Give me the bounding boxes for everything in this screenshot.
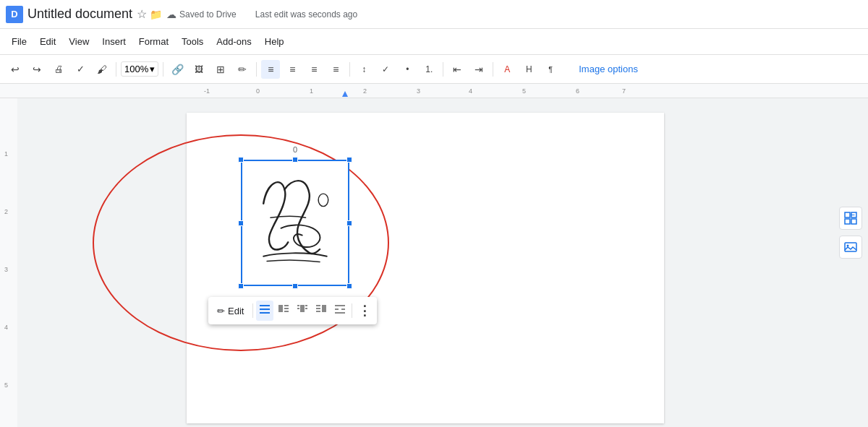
selected-image[interactable] [241, 160, 349, 286]
zoom-selector[interactable]: 100% ▾ [121, 61, 158, 77]
svg-rect-19 [260, 305, 270, 306]
menu-item-file[interactable]: File [6, 33, 33, 50]
redo-button[interactable]: ↪ [27, 60, 46, 79]
svg-rect-38 [335, 312, 345, 314]
wrap-left-button[interactable] [275, 301, 292, 321]
svg-text:6: 6 [576, 87, 579, 95]
insert-table-button[interactable]: ⊞ [211, 60, 230, 79]
svg-rect-41 [845, 219, 850, 224]
align-right-button[interactable]: ≡ [305, 60, 323, 79]
resize-handle-bl[interactable] [238, 283, 244, 289]
svg-text:3: 3 [417, 87, 420, 95]
wrap-center-button[interactable] [294, 301, 311, 321]
menu-item-tools[interactable]: Tools [176, 33, 209, 50]
edit-label: Edit [228, 306, 244, 316]
svg-rect-44 [845, 243, 856, 251]
menu-item-insert[interactable]: Insert [96, 33, 132, 50]
align-left-button[interactable]: ≡ [261, 60, 280, 79]
image-container[interactable]: 0 [241, 160, 349, 286]
saved-text: Saved to Drive [179, 9, 237, 20]
svg-rect-32 [316, 305, 320, 306]
menu-item-edit[interactable]: Edit [34, 33, 61, 50]
insert-drawing-button[interactable]: ✏ [233, 60, 252, 79]
text-color-button[interactable]: A [498, 60, 516, 79]
svg-text:5: 5 [522, 87, 526, 95]
explore-button[interactable] [839, 207, 862, 230]
toolbar-divider-2 [163, 62, 163, 77]
resize-handle-tc[interactable] [292, 157, 298, 163]
document-page: 0 [187, 113, 664, 423]
menu-item-addons[interactable]: Add-ons [210, 33, 257, 50]
doc-title[interactable]: Untitled document [27, 7, 132, 22]
toolbar-divider-3 [256, 62, 257, 77]
menu-bar: File Edit View Insert Format Tools Add-o… [0, 29, 868, 55]
svg-text:2: 2 [4, 208, 8, 215]
expand-icon [844, 212, 857, 225]
svg-rect-39 [845, 212, 850, 217]
img-toolbar-divider-2 [352, 303, 352, 318]
svg-point-45 [847, 245, 849, 247]
svg-text:4: 4 [4, 324, 8, 331]
right-sidebar [833, 98, 868, 427]
resize-handle-mr[interactable] [346, 220, 352, 226]
saved-to-drive: ☁ Saved to Drive [166, 9, 237, 20]
highlight-button[interactable]: H [519, 60, 538, 79]
decrease-indent-button[interactable]: ⇤ [448, 60, 467, 79]
line-spacing-button[interactable]: ↕ [354, 60, 373, 79]
svg-rect-21 [260, 312, 270, 314]
svg-rect-24 [284, 308, 289, 309]
more-options-button[interactable]: ⋮ [355, 300, 374, 322]
resize-handle-tl[interactable] [238, 157, 244, 163]
resize-handle-br[interactable] [346, 283, 352, 289]
ruler-inner: -1 0 1 2 3 4 5 6 7 [0, 84, 868, 98]
resize-handle-bc[interactable] [292, 283, 298, 289]
left-ruler: 1 2 3 4 5 [0, 98, 17, 427]
drive-icon[interactable]: 📁 [150, 9, 162, 20]
toolbar-divider-5 [443, 62, 443, 77]
align-justify-button[interactable]: ≡ [326, 60, 345, 79]
svg-text:1: 1 [310, 87, 313, 95]
image-options-button[interactable]: Image options [570, 61, 647, 77]
paragraph-styles-button[interactable]: ¶ [541, 60, 560, 79]
svg-rect-36 [335, 309, 339, 310]
wrap-right-button[interactable] [312, 301, 330, 321]
svg-text:4: 4 [469, 87, 472, 95]
menu-item-help[interactable]: Help [259, 33, 290, 50]
resize-handle-tr[interactable] [346, 157, 352, 163]
increase-indent-button[interactable]: ⇥ [469, 60, 488, 79]
undo-button[interactable]: ↩ [6, 60, 25, 79]
svg-rect-27 [297, 305, 299, 306]
paint-format-button[interactable]: 🖌 [93, 60, 111, 79]
resize-handle-ml[interactable] [238, 220, 244, 226]
print-button[interactable]: 🖨 [49, 60, 68, 79]
insert-image-button[interactable]: 🖼 [190, 60, 208, 79]
checklist-button[interactable]: ✓ [376, 60, 395, 79]
svg-rect-29 [297, 308, 299, 309]
bullet-list-button[interactable]: • [398, 60, 417, 79]
numbered-list-button[interactable]: 1. [420, 60, 438, 79]
doc-area[interactable]: 0 [17, 98, 833, 427]
svg-text:1: 1 [4, 150, 8, 158]
align-center-button[interactable]: ≡ [283, 60, 302, 79]
star-icon[interactable]: ☆ [137, 7, 147, 21]
svg-rect-31 [322, 305, 326, 312]
edit-drawing-button[interactable]: ✏ Edit [211, 303, 250, 319]
pencil-icon: ✏ [217, 306, 225, 316]
svg-rect-26 [300, 305, 305, 312]
toolbar-divider-6 [493, 62, 493, 77]
insert-link-button[interactable]: 🔗 [168, 60, 187, 79]
svg-text:0: 0 [256, 87, 260, 95]
break-text-button[interactable] [331, 301, 349, 321]
svg-rect-22 [278, 305, 283, 312]
image-sidebar-button[interactable] [839, 236, 862, 259]
svg-rect-37 [341, 309, 345, 310]
horizontal-ruler: -1 0 1 2 3 4 5 6 7 [0, 84, 868, 98]
spell-check-button[interactable]: ✓ [71, 60, 90, 79]
menu-item-format[interactable]: Format [133, 33, 174, 50]
inline-wrap-button[interactable] [256, 301, 273, 321]
menu-item-view[interactable]: View [63, 33, 95, 50]
toolbar-divider-4 [349, 62, 350, 77]
image-icon [844, 241, 857, 254]
svg-rect-23 [284, 305, 289, 306]
svg-text:2: 2 [363, 87, 367, 95]
